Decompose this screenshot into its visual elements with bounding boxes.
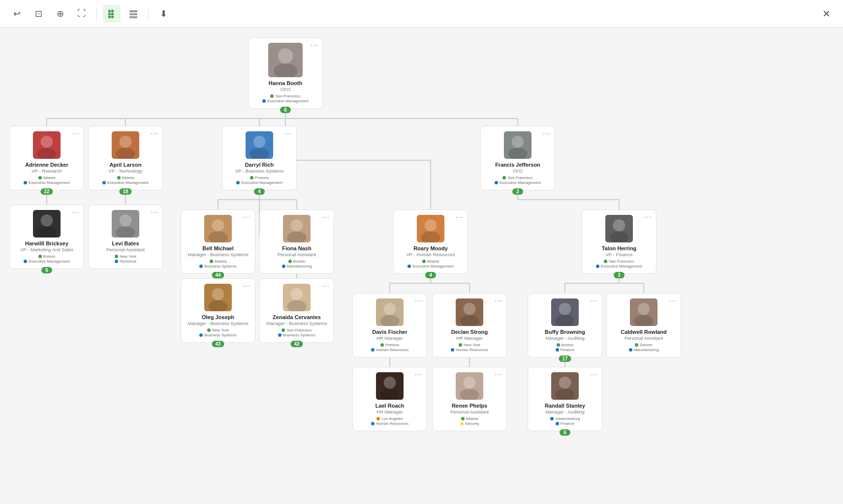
svg-point-91 — [291, 288, 303, 300]
node-renee-menu[interactable]: ··· — [495, 370, 502, 379]
node-levi[interactable]: ··· Levi Bates Personal Assistant New Yo… — [88, 205, 163, 269]
dept-dot-zenaida — [278, 333, 281, 337]
node-caldwell-menu[interactable]: ··· — [669, 296, 677, 305]
location-darryl: Pretoria — [255, 176, 269, 180]
svg-point-73 — [41, 214, 53, 227]
download-button[interactable]: ⬇ — [155, 5, 172, 23]
loc-dot-lael — [376, 417, 380, 420]
node-hanna[interactable]: ··· Hanna Booth CEO San Francisco Execut… — [248, 37, 323, 109]
loc-dot-adrienne — [38, 176, 42, 179]
avatar-harwilll — [33, 210, 61, 237]
node-davis-menu[interactable]: ··· — [415, 296, 423, 305]
node-zenaida[interactable]: ··· Zenaida Cervantes Manager - Business… — [259, 278, 334, 343]
loc-dot-buffy — [557, 343, 560, 347]
node-harwilll-menu[interactable]: ··· — [72, 208, 80, 217]
loc-dot-bell — [210, 260, 213, 263]
badge-adrienne: 22 — [40, 188, 53, 195]
node-adrienne[interactable]: ··· Adrienne Decker VP - Research Atlant… — [9, 126, 84, 190]
dept-davis: Human Resources — [376, 348, 408, 352]
node-davis[interactable]: ··· Davis Fischer HR Manager Pretoria Hu… — [352, 293, 427, 357]
node-adrienne-menu[interactable]: ··· — [72, 129, 80, 138]
loc-dot-hanna — [270, 94, 274, 98]
badge-talon: 3 — [614, 272, 624, 278]
location-harwilll: Boston — [43, 254, 56, 259]
svg-point-112 — [559, 377, 571, 389]
node-roary-menu[interactable]: ··· — [456, 213, 464, 222]
node-declan[interactable]: ··· Declan Strong HR Manager New York Hu… — [432, 293, 507, 357]
dept-buffy: Finance — [561, 348, 574, 352]
avatar-davis — [376, 298, 404, 326]
node-lael-menu[interactable]: ··· — [415, 370, 423, 379]
view-tree-button[interactable] — [103, 5, 121, 23]
node-lael[interactable]: ··· Lael Roach HR Manager Los Angeles Hu… — [352, 367, 427, 431]
add-button[interactable]: ⊕ — [51, 5, 69, 23]
avatar-zenaida — [283, 284, 311, 311]
node-oleg-menu[interactable]: ··· — [243, 282, 251, 291]
close-button[interactable]: ✕ — [817, 5, 835, 23]
node-bell-menu[interactable]: ··· — [243, 213, 251, 222]
node-hanna-menu[interactable]: ··· — [311, 41, 318, 50]
avatar-talon — [605, 215, 633, 242]
node-declan-menu[interactable]: ··· — [495, 296, 502, 305]
svg-rect-2 — [108, 13, 111, 15]
node-bell[interactable]: ··· Bell Michael Manager - Business Syst… — [181, 209, 255, 274]
title-talon: VP - Finance — [588, 252, 650, 257]
badge-bell: 44 — [212, 272, 224, 278]
node-talon-menu[interactable]: ··· — [644, 213, 652, 222]
badge-hanna: 6 — [280, 107, 291, 113]
badge-oleg: 43 — [212, 341, 224, 347]
node-fiona-menu[interactable]: ··· — [322, 213, 330, 222]
node-talon[interactable]: ··· Talon Herring VP - Finance San Franc… — [582, 209, 656, 274]
name-zenaida: Zenaida Cervantes — [266, 314, 328, 321]
location-oleg: New York — [212, 328, 229, 332]
node-buffy-menu[interactable]: ··· — [590, 296, 598, 305]
svg-rect-6 — [129, 10, 137, 12]
svg-rect-7 — [129, 13, 137, 15]
name-april: April Larson — [94, 161, 156, 168]
node-francis-menu[interactable]: ··· — [543, 129, 551, 138]
node-randall-menu[interactable]: ··· — [590, 370, 598, 379]
location-fiona: Boston — [293, 259, 306, 264]
node-darryl-menu[interactable]: ··· — [284, 129, 292, 138]
node-roary[interactable]: ··· Roary Moody VP - Human Resources Atl… — [393, 209, 468, 274]
title-hanna: CEO — [254, 87, 316, 92]
badge-zenaida: 42 — [290, 341, 303, 347]
node-buffy[interactable]: ··· Buffy Browning Manager - Auditing Bo… — [528, 293, 602, 357]
node-renee[interactable]: ··· Renee Phelps Personal Assistant Atla… — [432, 367, 507, 431]
dept-dot-bell — [199, 265, 203, 268]
dept-hanna: Executive Management — [267, 99, 309, 103]
dept-oleg: Business Systems — [204, 333, 236, 337]
node-april[interactable]: ··· April Larson VP - Technology Atlanta… — [88, 126, 163, 190]
name-hanna: Hanna Booth — [254, 80, 316, 87]
avatar-april — [112, 131, 139, 159]
node-zenaida-menu[interactable]: ··· — [322, 282, 330, 291]
location-davis: Pretoria — [385, 343, 399, 347]
name-harwilll: Harwilll Bricksey — [16, 240, 78, 247]
node-april-menu[interactable]: ··· — [151, 129, 158, 138]
dept-levi: Technical — [120, 259, 136, 264]
node-randall[interactable]: ··· Randall Stanley Manager - Auditing J… — [528, 367, 602, 431]
loc-dot-declan — [459, 343, 462, 347]
node-francis[interactable]: ··· Francis Jefferson CFO San Francisco … — [480, 126, 555, 190]
node-harwilll[interactable]: ··· Harwilll Bricksey VP - Marketing And… — [9, 205, 84, 269]
node-fiona[interactable]: ··· Fiona Nash Personal Assistant Boston… — [259, 209, 334, 274]
view-list-button[interactable] — [125, 5, 142, 23]
svg-point-103 — [638, 303, 650, 315]
dept-lael: Human Resources — [376, 421, 408, 426]
undo-button[interactable]: ↩ — [8, 5, 26, 23]
fullscreen-button[interactable]: ⛶ — [73, 5, 91, 23]
node-oleg[interactable]: ··· Oleg Joseph Manager - Business Syste… — [181, 278, 255, 343]
node-levi-menu[interactable]: ··· — [151, 208, 158, 217]
dept-bell: Business Systems — [204, 264, 236, 268]
node-darryl[interactable]: ··· Darryl Rich VP - Business Systems Pr… — [222, 126, 297, 190]
svg-point-97 — [464, 303, 476, 315]
dept-dot-adrienne — [24, 181, 27, 184]
dept-dot-oleg — [199, 333, 203, 337]
name-oleg: Oleg Joseph — [187, 314, 249, 321]
svg-point-109 — [464, 377, 476, 389]
name-levi: Levi Bates — [94, 240, 156, 247]
node-caldwell[interactable]: ··· Caldwell Rowland Personal Assistant … — [606, 293, 681, 357]
location-francis: San Francisco — [507, 176, 532, 180]
svg-point-67 — [425, 219, 437, 232]
select-button[interactable]: ⊡ — [30, 5, 47, 23]
